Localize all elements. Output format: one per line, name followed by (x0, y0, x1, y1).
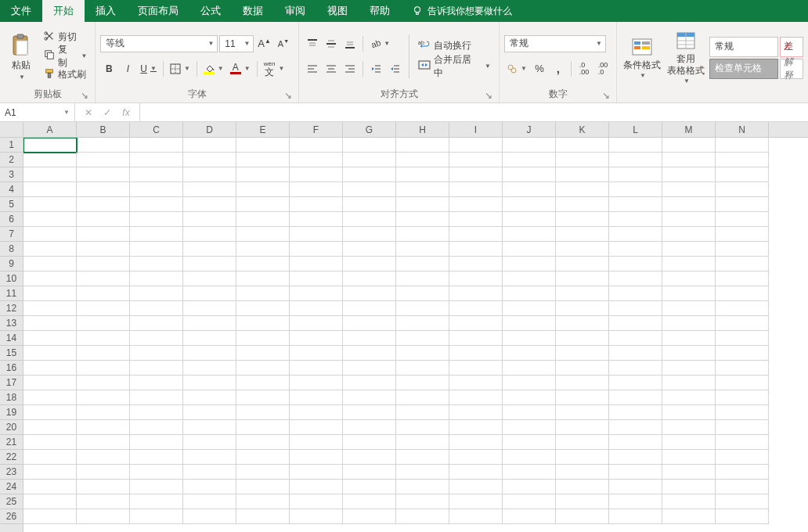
cell[interactable] (716, 242, 769, 257)
cell[interactable] (77, 465, 130, 480)
cell[interactable] (662, 227, 716, 242)
cell[interactable] (290, 405, 343, 420)
row-header[interactable]: 23 (0, 465, 23, 480)
cell[interactable] (556, 257, 609, 271)
cell[interactable] (662, 167, 716, 182)
cell[interactable] (556, 138, 609, 153)
tell-me[interactable]: 告诉我你想要做什么 (401, 0, 523, 22)
cell[interactable] (77, 167, 130, 182)
cell[interactable] (556, 182, 609, 197)
cell[interactable] (130, 465, 183, 480)
cell[interactable] (716, 257, 769, 271)
wrap-text-button[interactable]: ab 自动换行 (415, 38, 494, 55)
row-header[interactable]: 25 (0, 494, 23, 509)
cell[interactable] (556, 494, 609, 509)
cell[interactable] (503, 182, 556, 197)
cell[interactable] (130, 509, 183, 524)
cell[interactable] (290, 197, 343, 212)
cell[interactable] (236, 420, 290, 435)
cell[interactable] (662, 465, 716, 480)
dialog-launcher-icon[interactable]: ↘ (79, 90, 90, 101)
cell[interactable] (183, 286, 236, 301)
cell[interactable] (449, 465, 503, 480)
cell[interactable] (556, 450, 609, 465)
cell[interactable] (23, 465, 77, 480)
cell[interactable] (396, 227, 449, 242)
cell[interactable] (77, 361, 130, 376)
cell[interactable] (343, 405, 396, 420)
underline-button[interactable]: U▼ (138, 60, 159, 77)
cell[interactable] (77, 390, 130, 405)
cell[interactable] (716, 316, 769, 331)
cell[interactable] (396, 376, 449, 390)
cell[interactable] (396, 361, 449, 376)
tab-page-layout[interactable]: 页面布局 (127, 0, 189, 22)
cell[interactable] (449, 227, 503, 242)
cell[interactable] (77, 420, 130, 435)
row-header[interactable]: 3 (0, 167, 23, 182)
cell[interactable] (77, 182, 130, 197)
cell[interactable] (290, 465, 343, 480)
cell[interactable] (396, 420, 449, 435)
cell[interactable] (290, 390, 343, 405)
cell[interactable] (343, 346, 396, 361)
cell[interactable] (396, 494, 449, 509)
cell[interactable] (77, 450, 130, 465)
cell[interactable] (236, 376, 290, 390)
cancel-formula-button[interactable]: ✕ (80, 104, 97, 121)
row-header[interactable]: 19 (0, 405, 23, 420)
cell[interactable] (503, 420, 556, 435)
style-explanatory[interactable]: 解释 (780, 59, 803, 79)
cell[interactable] (290, 153, 343, 167)
fill-color-button[interactable]: ▼ (201, 60, 226, 77)
cell[interactable] (343, 465, 396, 480)
cell[interactable] (236, 480, 290, 494)
cell[interactable] (556, 376, 609, 390)
cell[interactable] (503, 301, 556, 316)
cell[interactable] (236, 316, 290, 331)
cell[interactable] (503, 242, 556, 257)
cell[interactable] (449, 435, 503, 450)
cell[interactable] (609, 450, 662, 465)
cell[interactable] (290, 167, 343, 182)
cell[interactable] (290, 182, 343, 197)
decrease-indent-button[interactable] (367, 60, 384, 77)
cell[interactable] (503, 435, 556, 450)
cell[interactable] (77, 376, 130, 390)
cell[interactable] (236, 271, 290, 286)
cell[interactable] (396, 450, 449, 465)
style-check-cell[interactable]: 检查单元格 (709, 59, 778, 79)
number-format-combo[interactable]: 常规▼ (504, 35, 606, 52)
style-bad[interactable]: 差 (780, 37, 803, 57)
cell[interactable] (396, 286, 449, 301)
cell[interactable] (556, 331, 609, 346)
cell[interactable] (716, 405, 769, 420)
cell[interactable] (23, 138, 77, 153)
cell[interactable] (662, 361, 716, 376)
cell[interactable] (556, 390, 609, 405)
cell[interactable] (556, 435, 609, 450)
cell[interactable] (503, 480, 556, 494)
row-header[interactable]: 11 (0, 286, 23, 301)
cell[interactable] (236, 286, 290, 301)
cell[interactable] (556, 420, 609, 435)
cell[interactable] (77, 405, 130, 420)
cell[interactable] (449, 167, 503, 182)
cell[interactable] (236, 435, 290, 450)
cell[interactable] (23, 509, 77, 524)
cell[interactable] (183, 182, 236, 197)
cell[interactable] (609, 376, 662, 390)
row-header[interactable]: 6 (0, 212, 23, 227)
cell[interactable] (503, 153, 556, 167)
tab-view[interactable]: 视图 (316, 0, 359, 22)
cell[interactable] (449, 257, 503, 271)
column-header[interactable]: C (130, 122, 183, 137)
cell[interactable] (662, 271, 716, 286)
cell[interactable] (716, 331, 769, 346)
cell[interactable] (503, 257, 556, 271)
cell[interactable] (396, 138, 449, 153)
italic-button[interactable]: I (119, 60, 136, 77)
cell[interactable] (23, 331, 77, 346)
cell[interactable] (449, 420, 503, 435)
cell[interactable] (396, 153, 449, 167)
